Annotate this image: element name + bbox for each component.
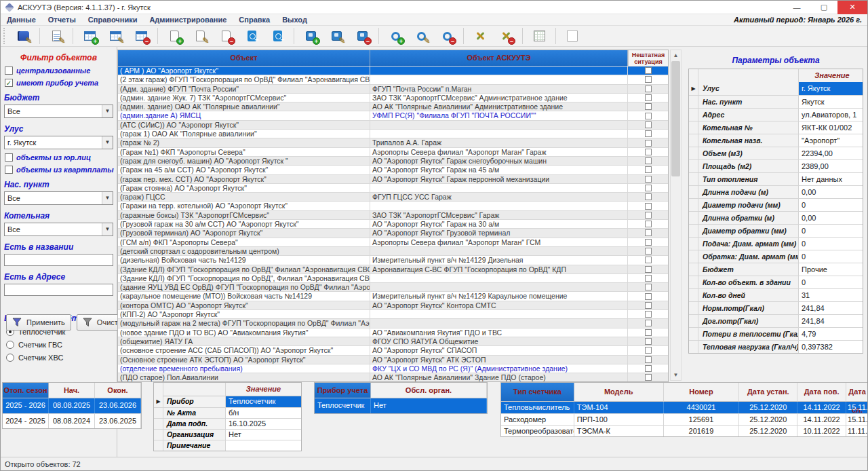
column-header[interactable]: Окон. — [95, 383, 141, 398]
param-value[interactable]: 22394,00 — [799, 147, 863, 159]
emergency-checkbox[interactable] — [645, 302, 652, 309]
act-row[interactable]: Примечание — [154, 440, 301, 451]
radio-icon[interactable] — [6, 341, 14, 349]
table-row[interactable]: (админ.здание А) ЯМСЦУФМП РС(Я) "Филиала… — [118, 111, 668, 119]
page-add-icon[interactable]: + — [164, 27, 184, 45]
params-row[interactable]: Длинна обратки (м)0,00 — [689, 211, 863, 224]
table-row[interactable]: (гараж для снегоуб. машин) АО "Аэропорт … — [118, 156, 668, 165]
params-row[interactable]: Диаметр обратки (мм)0 — [689, 224, 863, 237]
page-remove-icon[interactable]: – — [216, 27, 236, 45]
chevron-down-icon[interactable]: ▼ — [102, 105, 113, 117]
act-row[interactable]: ▶ПриборТеплосчетчик — [154, 396, 301, 407]
param-value[interactable]: 2389,00 — [799, 160, 863, 172]
season-row[interactable]: 2025 - 202608.08.202523.06.2026 — [3, 398, 141, 413]
report-edit-icon[interactable]: ✎ — [46, 27, 66, 45]
param-value[interactable]: 31 — [799, 289, 863, 301]
meter-type-radio[interactable]: Счетчик ГВС — [6, 341, 117, 349]
table-row[interactable]: (караульное помещение (МТО)) Войсковая ч… — [118, 291, 668, 300]
table-row[interactable]: (отделение временного пребывания)ФКУ "ЦХ… — [118, 364, 668, 373]
params-row[interactable]: Котельная №ЯКТ-КК 01/002 — [689, 121, 863, 134]
params-row[interactable]: Кол-во объект. в здании0 — [689, 276, 863, 288]
table-row[interactable]: (гараж) ГЦССФГУП ГЦСС УСС Гараж — [118, 192, 668, 201]
column-header[interactable]: Отоп. сезон — [3, 383, 49, 398]
emergency-checkbox[interactable] — [645, 311, 652, 318]
maximize-icon[interactable]: ▢ — [810, 1, 837, 14]
param-value[interactable]: 0 — [799, 238, 863, 250]
table-row[interactable]: (Грузовой гараж на 30 а/м ССТ) АО "Аэроп… — [118, 219, 668, 228]
params-row[interactable]: Подача: Диам. армат (мм)0 — [689, 237, 863, 250]
table-row[interactable]: (АТС (СИиС)) АО "Аэропорт Якутск" — [118, 120, 668, 129]
emergency-checkbox[interactable] — [645, 374, 652, 381]
params-row[interactable]: Дог.потр(Гкал)241,84 — [689, 314, 863, 327]
params-row[interactable]: Тип отопленияНет данных — [689, 172, 863, 185]
column-header[interactable]: Нач. — [49, 383, 95, 398]
emergency-checkbox[interactable] — [645, 347, 652, 354]
meter-row[interactable]: РасходомерПРП-10012569125.12.202014.11.2… — [501, 413, 868, 425]
table-row[interactable]: (Здание КДЛ) ФГУП "Госкорпорация по ОрВД… — [118, 274, 668, 282]
emergency-checkbox[interactable] — [645, 203, 652, 210]
table-row[interactable]: ( АРМ ) АО "Аэропорт Якутск" — [118, 66, 668, 75]
close-icon[interactable]: ✕ — [837, 1, 867, 14]
tools-remove-icon[interactable]: – — [496, 27, 516, 45]
param-value[interactable]: 0 — [799, 225, 863, 237]
scrollbar-thumb[interactable] — [671, 61, 680, 176]
table-row[interactable]: (ПДО старое) Пол.АвиалинииАО АК "Полярны… — [118, 373, 668, 381]
act-row[interactable]: № Актаб/н — [154, 407, 301, 418]
table-add-icon[interactable]: + — [79, 27, 100, 45]
table-row[interactable]: (Гаражи на терр. котельной) АО "Аэропорт… — [118, 201, 668, 210]
meter-add-icon[interactable]: + — [300, 27, 321, 45]
emergency-checkbox[interactable] — [645, 248, 652, 255]
column-header[interactable]: Номер — [664, 383, 740, 402]
name-search-input[interactable] — [4, 254, 113, 266]
params-row[interactable]: Площадь (м2)2389,00 — [689, 159, 863, 172]
column-header-askuute[interactable]: Объект АСКУУТЭ — [370, 50, 628, 66]
emergency-checkbox[interactable] — [645, 266, 652, 273]
params-row[interactable]: Тепловая нагрузка (Гкал/ч)0,397382 — [689, 340, 863, 353]
filter-checkbox[interactable]: объекты из квартплаты — [5, 166, 117, 174]
table-row[interactable]: (модульный гараж на 2 места) ФГУП "Госко… — [118, 318, 668, 327]
param-value[interactable]: ЯКТ-КК 01/002 — [799, 121, 863, 134]
checkbox-icon[interactable] — [5, 153, 13, 162]
table-row[interactable]: (детский спортзал с оздоровительным цент… — [118, 246, 668, 255]
table-remove-icon[interactable]: – — [131, 27, 151, 45]
table-row[interactable]: (Адм. здание) ФГУП "Почта России"ФГУП "П… — [118, 84, 668, 93]
scroll-up-icon[interactable]: ▲ — [671, 50, 681, 60]
emergency-checkbox[interactable] — [645, 140, 652, 147]
column-header[interactable]: Тип счетчика — [501, 383, 574, 402]
meter-type-radio[interactable]: Счетчик ХВС — [6, 354, 117, 362]
emergency-checkbox[interactable] — [645, 212, 652, 219]
settlement-dropdown[interactable]: Все▼ — [4, 191, 113, 205]
emergency-checkbox[interactable] — [645, 193, 652, 200]
menu-item[interactable]: Отчеты — [42, 16, 82, 24]
table-edit-icon[interactable]: ✎ — [105, 27, 125, 45]
emergency-checkbox[interactable] — [645, 229, 652, 236]
table-row[interactable]: (Гараж №1) ФКП "Аэропорты Севера"Аэропор… — [118, 147, 668, 156]
param-value[interactable]: 0 — [799, 250, 863, 263]
param-value[interactable]: 0 — [799, 276, 863, 288]
chevron-down-icon[interactable]: ▼ — [102, 223, 113, 236]
emergency-checkbox[interactable] — [645, 293, 652, 300]
params-row[interactable]: Кол-во дней31 — [689, 288, 863, 301]
table-row[interactable]: (гаражные боксы) ТЗК "АэропортГСМсервис"… — [118, 210, 668, 219]
currency-icon[interactable] — [562, 27, 583, 45]
emergency-checkbox[interactable] — [645, 221, 652, 227]
table-row[interactable]: (ГСМ а/п) ФКП "Аэропорты Севера"Аэропорт… — [118, 238, 668, 246]
table-row[interactable]: (Грузовой терминал) АО "Аэропорт Якутск"… — [118, 228, 668, 237]
vertical-scrollbar[interactable]: ▲ ▼ — [670, 50, 682, 381]
emergency-checkbox[interactable] — [645, 284, 652, 290]
emergency-checkbox[interactable] — [645, 94, 652, 101]
budget-dropdown[interactable]: Все▼ — [4, 105, 113, 118]
params-row[interactable]: Котельная назв."Аэропорт" — [689, 134, 863, 147]
minimize-icon[interactable]: — — [783, 1, 810, 14]
table-row[interactable]: (2 этаж гараж) ФГУП "Госкорпорация по Ор… — [118, 75, 668, 83]
chevron-down-icon[interactable]: ▼ — [102, 192, 113, 204]
card-plus-icon[interactable]: + — [241, 27, 262, 45]
boiler-dropdown[interactable]: Все▼ — [4, 223, 113, 236]
table-row[interactable]: (новое здание ПДО и ТО ВС) АО "Авиакомпа… — [118, 328, 668, 337]
ulus-dropdown[interactable]: г. Якутск▼ — [4, 136, 113, 149]
filter-checkbox[interactable]: ✓имеют прибор учета — [5, 79, 117, 87]
act-value[interactable]: Теплосчетчик — [226, 396, 301, 407]
param-value[interactable]: Нет данных — [799, 173, 863, 185]
params-row[interactable]: Потери в теплосети (Гкал)4,79 — [689, 327, 863, 340]
filter-checkbox[interactable]: объекты из юр.лиц — [5, 153, 117, 162]
